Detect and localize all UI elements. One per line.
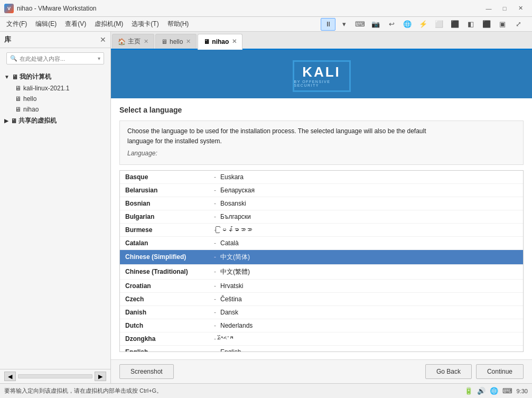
- menu-file[interactable]: 文件(F): [2, 18, 31, 30]
- language-row[interactable]: Bosnian - Bosanski: [120, 197, 523, 210]
- page-title: Select a language: [119, 106, 524, 114]
- close-button[interactable]: ✕: [513, 3, 528, 14]
- sidebar-item-hello[interactable]: 🖥 hello: [0, 94, 110, 104]
- lang-native: རྫོང་ཁ: [220, 335, 518, 343]
- lang-native: English: [220, 348, 518, 351]
- tab-nihao-icon: 🖥: [203, 38, 210, 45]
- language-label: Language:: [127, 150, 157, 157]
- vm-icon-hello: 🖥: [15, 95, 21, 103]
- tab-nihao[interactable]: 🖥 nihao ✕: [198, 34, 242, 50]
- lang-dash: -: [210, 213, 220, 220]
- go-back-button[interactable]: Go Back: [425, 364, 472, 379]
- menu-edit[interactable]: 编辑(E): [31, 18, 61, 30]
- lang-native: Hrvatski: [220, 282, 518, 290]
- installer-inner: Select a language Choose the language to…: [111, 98, 532, 359]
- lang-dash: -: [210, 173, 220, 181]
- language-row[interactable]: Danish - Dansk: [120, 306, 523, 319]
- sidebar-close-button[interactable]: ✕: [100, 35, 106, 44]
- toolbar-usb[interactable]: ⚡: [416, 18, 431, 31]
- toolbar-pause[interactable]: ⏸: [321, 18, 335, 31]
- language-row[interactable]: Belarusian - Беларуская: [120, 184, 523, 197]
- tab-nihao-close[interactable]: ✕: [232, 38, 237, 45]
- title-bar: V nihao - VMware Workstation — □ ✕: [0, 0, 532, 17]
- vm-icon-nihao: 🖥: [15, 106, 21, 113]
- language-row[interactable]: Dzongkha - རྫོང་ཁ: [120, 332, 523, 346]
- tab-home[interactable]: 🏠 主页 ✕: [112, 34, 154, 49]
- tab-nihao-label: nihao: [212, 38, 229, 45]
- lang-name: Bulgarian: [125, 213, 210, 220]
- minimize-button[interactable]: —: [481, 3, 496, 14]
- lang-native: Euskara: [220, 173, 518, 181]
- language-row[interactable]: Dutch - Nederlands: [120, 319, 523, 332]
- toolbar-send-ctrl[interactable]: ⌨: [352, 18, 367, 31]
- language-row[interactable]: Croatian - Hrvatski: [120, 280, 523, 293]
- menu-help[interactable]: 帮助(H): [163, 18, 193, 30]
- screenshot-button[interactable]: Screenshot: [119, 364, 174, 379]
- status-icon-3[interactable]: 🌐: [490, 387, 498, 395]
- lang-native: 中文(简体): [220, 253, 518, 262]
- toolbar-split[interactable]: ◧: [463, 18, 478, 31]
- language-row[interactable]: Bulgarian - Български: [120, 210, 523, 224]
- lang-name: Bosnian: [125, 200, 210, 207]
- toolbar-network[interactable]: 🌐: [400, 18, 415, 31]
- status-icon-1[interactable]: 🔋: [464, 387, 473, 395]
- sidebar-item-label-kali: kali-linux-2021.1: [23, 85, 69, 92]
- menu-tabs[interactable]: 选项卡(T): [127, 18, 163, 30]
- toolbar-restore[interactable]: ↩: [384, 18, 399, 31]
- sidebar-search-box[interactable]: 🔍 ▾: [6, 52, 104, 64]
- vm-icon-kali: 🖥: [15, 85, 21, 92]
- sidebar-bottom: ◀ ▶: [0, 369, 110, 383]
- language-row[interactable]: Chinese (Simplified) - 中文(简体): [120, 250, 523, 265]
- lang-name: Catalan: [125, 239, 210, 247]
- tab-hello[interactable]: 🖥 hello ✕: [155, 34, 197, 49]
- sidebar: 库 ✕ 🔍 ▾ ▼ 🖥 我的计算机 🖥 kali-linux-2021.1 🖥: [0, 32, 111, 383]
- toolbar-split2[interactable]: ⬛: [479, 18, 494, 31]
- status-icon-2[interactable]: 🔊: [477, 387, 486, 395]
- search-input[interactable]: [20, 55, 98, 62]
- lang-name: Chinese (Simplified): [125, 253, 210, 261]
- language-row[interactable]: Basque - Euskara: [120, 171, 523, 184]
- status-icon-4[interactable]: ⌨: [502, 387, 512, 395]
- main-layout: 库 ✕ 🔍 ▾ ▼ 🖥 我的计算机 🖥 kali-linux-2021.1 🖥: [0, 32, 532, 383]
- lang-native: Nederlands: [220, 322, 518, 329]
- lang-native: Čeština: [220, 295, 518, 303]
- sidebar-nav-left[interactable]: ◀: [4, 372, 16, 381]
- language-row[interactable]: Burmese - မြန်မာဘာသာ: [120, 224, 523, 237]
- sidebar-scrollbar[interactable]: [18, 374, 92, 378]
- language-row[interactable]: Catalan - Català: [120, 237, 523, 250]
- lang-name: Chinese (Traditional): [125, 268, 210, 275]
- sidebar-item-label-hello: hello: [23, 95, 36, 103]
- toolbar-dropdown[interactable]: ▾: [337, 18, 351, 31]
- description-line1: Choose the language to be used for the i…: [127, 126, 516, 136]
- search-dropdown-icon[interactable]: ▾: [98, 55, 100, 61]
- menu-view[interactable]: 查看(V): [61, 18, 90, 30]
- vm-display[interactable]: KALI BY OFFENSIVE SECURITY Select a lang…: [111, 50, 532, 383]
- toolbar-snapshot[interactable]: 📷: [368, 18, 383, 31]
- sidebar-icon-computer: 🖥: [12, 73, 18, 81]
- sidebar-shared-label: 共享的虚拟机: [18, 116, 57, 125]
- sidebar-item-label-nihao: nihao: [23, 106, 39, 113]
- sidebar-shared-vms[interactable]: ▶ 🖥 共享的虚拟机: [0, 115, 110, 127]
- language-row[interactable]: English - English: [120, 346, 523, 351]
- kali-logo: KALI BY OFFENSIVE SECURITY: [293, 60, 351, 92]
- sidebar-item-nihao[interactable]: 🖥 nihao: [0, 104, 110, 115]
- lang-native: Български: [220, 213, 518, 220]
- sidebar-my-computer[interactable]: ▼ 🖥 我的计算机: [0, 71, 110, 83]
- toolbar-fullscreen2[interactable]: ⬛: [447, 18, 462, 31]
- language-list[interactable]: Basque - Euskara Belarusian - Беларуская…: [120, 171, 523, 351]
- menu-vm[interactable]: 虚拟机(M): [90, 18, 127, 30]
- maximize-button[interactable]: □: [497, 3, 512, 14]
- lang-dash: -: [210, 309, 220, 316]
- sidebar-item-kali[interactable]: 🖥 kali-linux-2021.1: [0, 83, 110, 94]
- language-row[interactable]: Chinese (Traditional) - 中文(繁體): [120, 265, 523, 280]
- kali-header: KALI BY OFFENSIVE SECURITY: [111, 50, 532, 98]
- tab-hello-close[interactable]: ✕: [186, 38, 191, 45]
- toolbar-terminal[interactable]: ▣: [495, 18, 510, 31]
- sidebar-nav-right[interactable]: ▶: [95, 372, 106, 381]
- toolbar-extend[interactable]: ⤢: [511, 18, 526, 31]
- status-message: 要将输入定向到该虚拟机，请在虚拟机内部单击或按 Ctrl+G。: [4, 387, 162, 395]
- toolbar-fullscreen1[interactable]: ⬜: [432, 18, 446, 31]
- language-row[interactable]: Czech - Čeština: [120, 293, 523, 306]
- tab-home-close[interactable]: ✕: [144, 38, 148, 45]
- continue-button[interactable]: Continue: [476, 364, 524, 379]
